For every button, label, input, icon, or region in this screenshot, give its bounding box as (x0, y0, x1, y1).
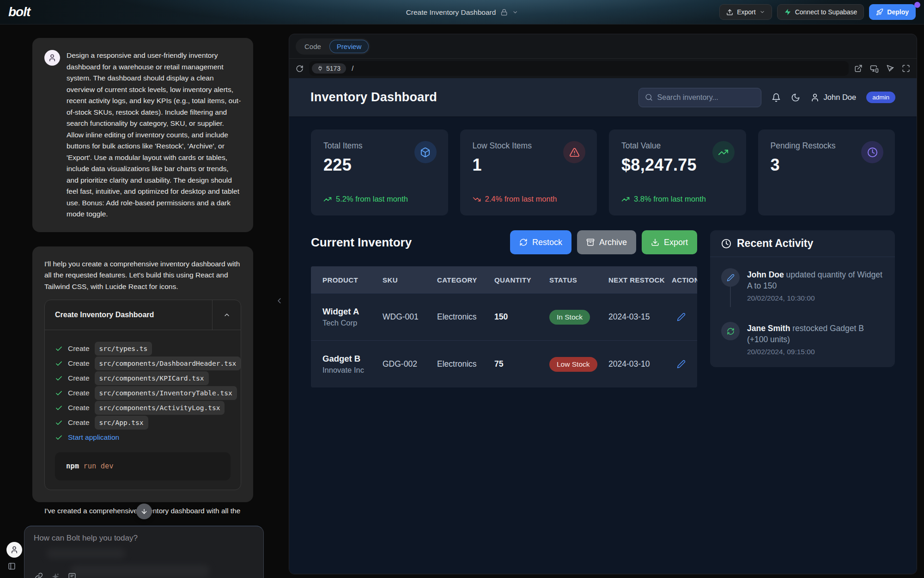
sku-cell: GDG-002 (383, 359, 437, 369)
tab-code[interactable]: Code (297, 40, 328, 53)
chat-input-box[interactable]: How can Bolt help you today? (24, 526, 264, 578)
reload-icon[interactable] (296, 65, 304, 73)
tab-preview[interactable]: Preview (329, 40, 369, 53)
check-icon (55, 389, 63, 397)
assistant-intro-text: I'll help you create a comprehensive inv… (44, 258, 241, 293)
check-icon (55, 419, 63, 427)
artifact-collapse-button[interactable] (212, 300, 241, 330)
connect-supabase-button[interactable]: Connect to Supabase (777, 4, 864, 20)
recent-activity-card: Recent Activity John Doe updated quantit… (710, 230, 895, 367)
package-icon (414, 141, 437, 163)
url-field[interactable]: 5173 / (309, 61, 849, 76)
account-avatar[interactable] (6, 542, 22, 558)
arrow-down-icon (140, 508, 148, 515)
archive-icon (586, 238, 595, 246)
role-badge: admin (866, 92, 895, 103)
export-csv-button[interactable]: Export (642, 230, 697, 254)
sparkles-icon[interactable] (51, 572, 60, 578)
check-icon (55, 375, 63, 382)
blurred-suggestion (71, 565, 209, 577)
activity-item: Jane Smith restocked Gadget B (+100 unit… (721, 322, 884, 356)
table-header-row: Product SKU Category Quantity Status Nex… (311, 266, 697, 293)
link-attach-icon[interactable] (35, 572, 43, 578)
artifact-step: Create src/components/DashboardHeader.ts… (55, 356, 231, 371)
check-icon (55, 360, 63, 368)
kpi-row: Total Items 225 5.2% from last month Low… (311, 129, 895, 215)
archive-button[interactable]: Archive (577, 230, 636, 254)
chat-mode-icon[interactable] (68, 572, 76, 578)
table-row[interactable]: Widget A Tech Corp WDG-001 Electronics 1… (311, 293, 697, 340)
refresh-icon (721, 322, 740, 340)
quantity-cell[interactable]: 75 (494, 359, 549, 369)
table-row[interactable]: Gadget B Innovate Inc GDG-002 Electronic… (311, 340, 697, 387)
trending-up-icon (621, 195, 630, 203)
activity-user: Jane Smith (747, 324, 790, 333)
kpi-card-total-items: Total Items 225 5.2% from last month (311, 129, 448, 215)
search-input[interactable] (657, 93, 755, 102)
user-name: John Doe (824, 93, 857, 102)
project-title-menu[interactable]: Create Inventory Dashboard (406, 0, 518, 25)
port-pill[interactable]: 5173 (312, 63, 346, 74)
scroll-to-bottom-button[interactable] (136, 504, 152, 519)
check-icon (55, 434, 63, 442)
clock-icon (861, 141, 883, 163)
notification-dot (914, 2, 920, 8)
artifact-step: Create src/App.tsx (55, 415, 231, 430)
file-chip[interactable]: src/components/ActivityLog.tsx (95, 401, 225, 415)
artifact-step: Create src/types.ts (55, 341, 231, 356)
quantity-cell[interactable]: 150 (494, 312, 549, 322)
clock-icon (721, 239, 731, 249)
code-preview-toggle: Code Preview (296, 38, 370, 55)
bell-icon[interactable] (772, 93, 781, 102)
responsive-devices-icon[interactable] (870, 64, 879, 73)
user-avatar (44, 50, 60, 66)
inspector-cursor-icon[interactable] (886, 64, 894, 73)
restock-button[interactable]: Restock (510, 230, 571, 254)
file-chip[interactable]: src/components/InventoryTable.tsx (95, 386, 237, 400)
product-supplier: Tech Corp (322, 319, 383, 327)
user-menu[interactable]: John Doe (810, 93, 857, 102)
sidebar-toggle-icon[interactable] (8, 562, 16, 570)
edit-pencil-icon[interactable] (677, 313, 686, 321)
app-preview: Inventory Dashboard John Doe admin (289, 78, 917, 574)
trending-up-icon (323, 195, 332, 203)
search-icon (645, 93, 653, 101)
assistant-message-card: I'll help you create a comprehensive inv… (32, 246, 253, 502)
dark-mode-toggle-icon[interactable] (791, 93, 800, 102)
next-restock-cell: 2024-03-15 (608, 312, 672, 322)
status-badge: Low Stock (549, 357, 597, 372)
trending-up-icon (712, 141, 735, 163)
file-chip[interactable]: src/types.ts (95, 342, 152, 356)
export-button[interactable]: Export (719, 4, 772, 20)
category-cell: Electronics (437, 312, 494, 322)
activity-item: John Doe updated quantity of Widget A to… (721, 268, 884, 302)
open-external-icon[interactable] (854, 64, 863, 73)
file-chip[interactable]: src/components/DashboardHeader.tsx (95, 357, 241, 371)
inventory-search[interactable] (638, 88, 761, 107)
file-chip[interactable]: src/App.tsx (95, 416, 148, 430)
fullscreen-icon[interactable] (902, 64, 910, 73)
status-badge: In Stock (549, 310, 590, 325)
collapse-chat-chevron[interactable] (275, 296, 284, 305)
top-bar: bolt Create Inventory Dashboard Export C… (0, 0, 924, 25)
bolt-logo[interactable]: bolt (8, 5, 30, 19)
rocket-icon (876, 8, 883, 16)
kpi-card-low-stock: Low Stock Items 1 2.4% from last month (460, 129, 597, 215)
url-path: / (352, 65, 353, 72)
chat-messages[interactable]: Design a responsive and user-friendly in… (0, 25, 253, 515)
project-title: Create Inventory Dashboard (406, 8, 496, 17)
artifact-card: Create Inventory Dashboard Create src/ty… (44, 300, 241, 490)
inventory-title: Current Inventory (311, 235, 412, 250)
supabase-zap-icon (784, 8, 791, 16)
deploy-button[interactable]: Deploy (869, 4, 916, 20)
next-restock-cell: 2024-03-10 (608, 359, 672, 369)
edit-pencil-icon[interactable] (677, 360, 686, 369)
alert-triangle-icon (563, 141, 585, 163)
user-message-card: Design a responsive and user-friendly in… (32, 38, 253, 232)
chevron-up-icon (223, 311, 231, 319)
file-chip[interactable]: src/components/KPICard.tsx (95, 371, 209, 386)
person-icon (810, 93, 820, 102)
user-message-text: Design a responsive and user-friendly in… (67, 50, 241, 220)
chevron-down-icon[interactable] (512, 9, 518, 15)
start-application-link[interactable]: Start application (68, 432, 119, 443)
